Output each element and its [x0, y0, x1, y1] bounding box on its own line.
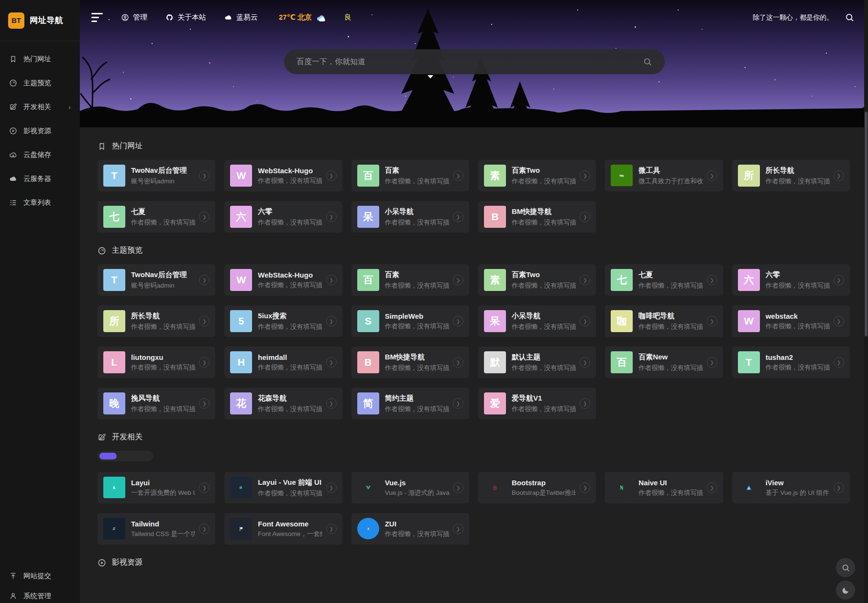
sidebar-item-dev-related[interactable]: 开发相关 › — [0, 95, 80, 119]
chevron-right-icon — [453, 316, 463, 326]
sidebar-item-cloud-server[interactable]: 云服务器 — [0, 167, 80, 190]
section-header-hot: 热门网址 — [98, 141, 850, 151]
site-card-liuling[interactable]: 六 六零 作者很懒，没有填写描述。 — [732, 264, 850, 296]
list-icon — [9, 199, 17, 207]
sidebar-item-label: 开发相关 — [23, 102, 51, 112]
site-card-default-theme[interactable]: 默 默认主题 作者很懒，没有填写描述。 — [478, 346, 596, 378]
site-card-bm[interactable]: B BM快捷导航 作者很懒，没有填写描述。 — [352, 346, 469, 378]
site-card-baisu-two[interactable]: 素 百素Two 作者很懒，没有填写描述。 — [478, 264, 596, 296]
chevron-right-icon — [834, 316, 844, 326]
site-card-fontawesome[interactable]: Font Awesome Font Awesome，一套绝佳... — [224, 513, 342, 545]
section-title: 影视资源 — [112, 558, 143, 568]
site-card-suozhang[interactable]: 所 所长导航 作者很懒，没有填写描述。 — [732, 160, 850, 191]
site-card-weitool[interactable]: W 微工具 微工具致力于打造和收集各... — [605, 160, 723, 191]
site-card-twonav[interactable]: T TwoNav后台管理 账号密码admin — [98, 160, 215, 191]
dev-tab[interactable] — [134, 453, 151, 459]
site-card-naive-ui[interactable]: Naive UI 作者很懒，没有填写描述。 — [605, 472, 723, 503]
site-card-vuejs[interactable]: Vue.js Vue.js - 渐进式的 JavaScri... — [352, 472, 469, 503]
site-card-wanfeng[interactable]: 晚 挽风导航 作者很懒，没有填写描述。 — [98, 388, 215, 419]
zui-logo: Z — [357, 518, 379, 540]
tailwind-logo — [103, 518, 125, 540]
sidebar-item-hot-sites[interactable]: 热门网址 — [0, 47, 80, 71]
site-desc: 作者很懒，没有填写描述。 — [258, 363, 322, 372]
search-input[interactable] — [297, 57, 643, 66]
sidebar-item-movies[interactable]: 影视资源 — [0, 119, 80, 143]
search-bar — [284, 49, 665, 74]
site-card-liuling[interactable]: 六 六零 作者很懒，没有填写描述。 — [224, 201, 342, 233]
site-title: 百素 — [385, 166, 449, 175]
sidebar-item-cloud-storage[interactable]: 云盘储存 — [0, 143, 80, 167]
chevron-right-icon: › — [68, 103, 71, 111]
site-card-tushan2[interactable]: T tushan2 作者很懒，没有填写描述。 — [732, 346, 850, 378]
site-desc: 作者很懒，没有填写描述。 — [131, 405, 195, 413]
site-card-iview[interactable]: iView 基于 Vue.js 的 UI 组件库，... — [732, 472, 850, 503]
site-card-baisu[interactable]: 百 百素 作者很懒，没有填写描述。 — [352, 160, 469, 191]
site-card-bm[interactable]: B BM快捷导航 作者很懒，没有填写描述。 — [478, 201, 596, 233]
site-desc: 基于 Vue.js 的 UI 组件库，... — [766, 489, 830, 497]
sidebar-item-theme-preview[interactable]: 主题预览 — [0, 71, 80, 95]
search-fab-button[interactable] — [836, 558, 855, 577]
section-title: 开发相关 — [112, 432, 143, 442]
dev-tab[interactable] — [117, 453, 134, 459]
site-card-5iux[interactable]: 5 5iux搜索 作者很懒，没有填写描述。 — [224, 305, 342, 337]
site-card-suozhang[interactable]: 所 所长导航 作者很懒，没有填写描述。 — [98, 305, 215, 337]
site-card-xiaodai[interactable]: 呆 小呆导航 作者很懒，没有填写描述。 — [478, 305, 596, 337]
site-card-layui-vue[interactable]: Layui - Vue 前端 UI 框架 作者很懒，没有填写描述。 — [224, 472, 342, 503]
site-card-simpleweb[interactable]: S SimpleWeb 作者很懒，没有填写描述。 — [352, 305, 469, 337]
topbar-item-admin[interactable]: 管理 — [121, 13, 147, 22]
site-title: 六零 — [766, 270, 830, 279]
site-card-qixia[interactable]: 七 七夏 作者很懒，没有填写描述。 — [605, 264, 723, 296]
sidebar-item-label: 网站提交 — [23, 571, 51, 581]
site-card-zui[interactable]: Z ZUI 作者很懒，没有填写描述。 — [352, 513, 469, 545]
dark-mode-fab-button[interactable] — [836, 581, 855, 600]
chevron-right-icon — [199, 482, 209, 493]
site-icon: 呆 — [357, 206, 379, 228]
sidebar-item-article-list[interactable]: 文章列表 — [0, 190, 80, 214]
site-card-aidaohang[interactable]: 爱 爱导航V1 作者很懒，没有填写描述。 — [478, 388, 596, 419]
site-icon: 素 — [484, 165, 506, 187]
site-title: 咖啡吧导航 — [638, 312, 703, 321]
site-card-tailwind[interactable]: Tailwind Tailwind CSS 是一个功能类... — [98, 513, 215, 545]
chevron-right-icon — [326, 170, 337, 181]
sidebar-item-system-admin[interactable]: 系统管理 — [0, 586, 80, 603]
site-card-webstack-hugo[interactable]: W WebStack-Hugo 作者很懒，没有填写描述。 — [224, 160, 342, 191]
site-card-baisu[interactable]: 百 百素 作者很懒，没有填写描述。 — [352, 264, 469, 296]
topbar-item-lanyiyun[interactable]: 蓝易云 — [224, 13, 258, 22]
site-icon: B — [484, 206, 506, 228]
weather-temp-city: 27℃ 北京 — [279, 13, 312, 22]
dev-tab[interactable] — [99, 453, 117, 459]
site-card-bootstrap[interactable]: Bootstrap Bootstrap是Twitter推出的... — [478, 472, 596, 503]
site-card-liutongxu[interactable]: L liutongxu 作者很懒，没有填写描述。 — [98, 346, 215, 378]
hamburger-menu-icon[interactable] — [91, 13, 104, 22]
chevron-right-icon — [326, 524, 337, 534]
site-card-xiaodai[interactable]: 呆 小呆导航 作者很懒，没有填写描述。 — [352, 201, 469, 233]
site-card-jianyue[interactable]: 简 简约主题 作者很懒，没有填写描述。 — [352, 388, 469, 419]
site-desc: 作者很懒，没有填写描述。 — [385, 405, 449, 413]
chevron-right-icon — [453, 275, 463, 285]
site-title: 百素 — [385, 270, 449, 279]
search-icon[interactable] — [845, 12, 855, 22]
chevron-right-icon — [453, 212, 463, 222]
site-card-huasen[interactable]: 花 花森导航 作者很懒，没有填写描述。 — [224, 388, 342, 419]
site-card-heimdall[interactable]: H heimdall 作者很懒，没有填写描述。 — [224, 346, 342, 378]
site-card-webstack-hugo[interactable]: W WebStack-Hugo 作者很懒，没有填写描述。 — [224, 264, 342, 296]
site-card-twonav[interactable]: T TwoNav后台管理 账号密码admin — [98, 264, 215, 296]
sidebar-item-site-submit[interactable]: 网站提交 — [0, 566, 80, 586]
search-icon[interactable] — [643, 57, 652, 67]
section-movies: 影视资源 — [98, 558, 850, 568]
site-card-baisu-new[interactable]: 百 百素New 作者很懒，没有填写描述。 — [605, 346, 723, 378]
app-logo[interactable]: BT 网址导航 — [0, 0, 80, 41]
site-card-baisu-two[interactable]: 素 百素Two 作者很懒，没有填写描述。 — [478, 160, 596, 191]
site-desc: 作者很懒，没有填写描述。 — [385, 177, 449, 186]
section-dev-related: 开发相关 Layui 一套开源免费的 Web UI 组... Layui - V… — [98, 432, 850, 545]
scrollbar-thumb[interactable] — [865, 112, 868, 336]
site-card-qixia[interactable]: 七 七夏 作者很懒，没有填写描述。 — [98, 201, 215, 233]
site-card-webstack[interactable]: W webstack 作者很懒，没有填写描述。 — [732, 305, 850, 337]
chevron-right-icon — [834, 170, 844, 181]
chevron-right-icon — [707, 275, 717, 285]
site-desc: 作者很懒，没有填写描述。 — [385, 281, 449, 290]
site-card-layui[interactable]: Layui 一套开源免费的 Web UI 组... — [98, 472, 215, 503]
topbar-item-about[interactable]: 关于本站 — [165, 13, 206, 22]
site-card-kafeiba[interactable]: 咖 咖啡吧导航 作者很懒，没有填写描述。 — [605, 305, 723, 337]
wtool-logo: W — [611, 165, 633, 187]
